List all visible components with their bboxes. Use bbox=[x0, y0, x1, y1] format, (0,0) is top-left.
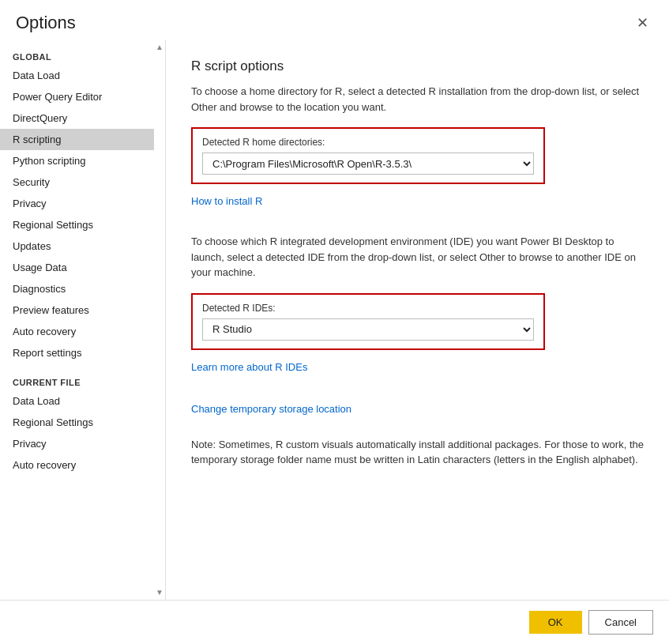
ide-label: Detected R IDEs: bbox=[202, 303, 534, 314]
dialog-body: GLOBAL Data Load Power Query Editor Dire… bbox=[0, 40, 669, 600]
global-section-label: GLOBAL bbox=[0, 46, 154, 65]
sidebar-item-python-scripting[interactable]: Python scripting bbox=[0, 150, 154, 171]
sidebar-item-auto-recovery[interactable]: Auto recovery bbox=[0, 321, 154, 342]
sidebar-item-report-settings[interactable]: Report settings bbox=[0, 342, 154, 363]
sidebar-item-security[interactable]: Security bbox=[0, 171, 154, 193]
sidebar-item-data-load[interactable]: Data Load bbox=[0, 65, 154, 86]
change-storage-link[interactable]: Change temporary storage location bbox=[191, 403, 351, 415]
sidebar-item-cf-privacy[interactable]: Privacy bbox=[0, 433, 154, 454]
ide-dropdown[interactable]: R Studio bbox=[202, 318, 534, 341]
how-to-install-link[interactable]: How to install R bbox=[191, 195, 262, 207]
sidebar-item-diagnostics[interactable]: Diagnostics bbox=[0, 278, 154, 299]
learn-more-link[interactable]: Learn more about R IDEs bbox=[191, 361, 307, 373]
sidebar: GLOBAL Data Load Power Query Editor Dire… bbox=[0, 40, 166, 600]
main-description: To choose a home directory for R, select… bbox=[191, 84, 644, 115]
sidebar-item-directquery[interactable]: DirectQuery bbox=[0, 107, 154, 129]
dialog-title: Options bbox=[16, 13, 76, 33]
sidebar-item-updates[interactable]: Updates bbox=[0, 235, 154, 257]
sidebar-item-cf-regional-settings[interactable]: Regional Settings bbox=[0, 412, 154, 433]
options-dialog: Options ✕ GLOBAL Data Load Power Query E… bbox=[0, 0, 669, 644]
sidebar-item-cf-auto-recovery[interactable]: Auto recovery bbox=[0, 454, 154, 476]
home-dir-dropdown[interactable]: C:\Program Files\Microsoft\R Open\R-3.5.… bbox=[202, 153, 534, 175]
close-button[interactable]: ✕ bbox=[632, 14, 653, 32]
title-bar: Options ✕ bbox=[0, 0, 669, 40]
section-title: R script options bbox=[191, 58, 644, 74]
sidebar-item-usage-data[interactable]: Usage Data bbox=[0, 257, 154, 278]
cancel-button[interactable]: Cancel bbox=[588, 610, 653, 635]
ok-button[interactable]: OK bbox=[529, 611, 582, 634]
home-dir-label: Detected R home directories: bbox=[202, 137, 534, 148]
scroll-up-arrow[interactable]: ▲ bbox=[156, 40, 163, 55]
ide-dropdown-wrapper: R Studio bbox=[202, 318, 534, 341]
dialog-footer: OK Cancel bbox=[0, 600, 669, 644]
sidebar-item-regional-settings[interactable]: Regional Settings bbox=[0, 214, 154, 235]
sidebar-item-preview-features[interactable]: Preview features bbox=[0, 299, 154, 321]
ide-box: Detected R IDEs: R Studio bbox=[191, 293, 545, 350]
scroll-down-arrow[interactable]: ▼ bbox=[156, 585, 163, 600]
current-file-section-label: CURRENT FILE bbox=[0, 371, 154, 390]
home-dir-dropdown-wrapper: C:\Program Files\Microsoft\R Open\R-3.5.… bbox=[202, 153, 534, 175]
ide-description: To choose which R integrated development… bbox=[191, 234, 644, 281]
sidebar-item-power-query-editor[interactable]: Power Query Editor bbox=[0, 86, 154, 107]
sidebar-item-cf-data-load[interactable]: Data Load bbox=[0, 390, 154, 412]
sidebar-item-r-scripting[interactable]: R scripting bbox=[0, 129, 154, 150]
home-dir-box: Detected R home directories: C:\Program … bbox=[191, 127, 545, 184]
main-content: R script options To choose a home direct… bbox=[166, 40, 669, 600]
sidebar-item-privacy[interactable]: Privacy bbox=[0, 193, 154, 214]
note-text: Note: Sometimes, R custom visuals automa… bbox=[191, 437, 644, 468]
